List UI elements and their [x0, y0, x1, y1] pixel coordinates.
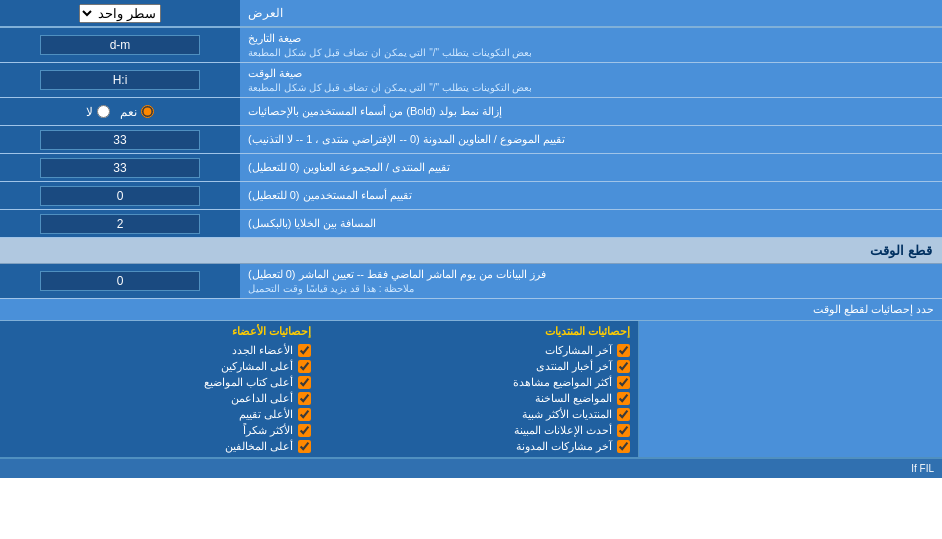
checkbox-last-posts[interactable] [617, 344, 630, 357]
usernames-label: تقييم أسماء المستخدمين (0 للتعطيل) [240, 182, 942, 209]
cell-spacing-input-cell[interactable] [0, 210, 240, 237]
radio-yes-label[interactable]: نعم [120, 105, 154, 119]
checkbox-most-similar[interactable] [617, 408, 630, 421]
checkbox-top-writers[interactable] [298, 376, 311, 389]
forum-titles-input[interactable] [40, 158, 200, 178]
time-format-row: صيغة الوقت بعض التكوينات يتطلب "/" التي … [0, 63, 942, 98]
checkbox-new-members[interactable] [298, 344, 311, 357]
remove-bold-label: إزالة نمط بولد (Bold) من أسماء المستخدمي… [240, 98, 942, 125]
limit-row: حدد إحصائيات لقطع الوقت [0, 299, 942, 321]
date-format-input[interactable] [40, 35, 200, 55]
checkbox-announcements[interactable] [617, 424, 630, 437]
checkbox-top-posters[interactable] [298, 360, 311, 373]
member-stats-col: إحصائيات الأعضاء الأعضاء الجدد أعلى المش… [0, 321, 319, 457]
checkbox-item: أعلى المشاركين [8, 360, 311, 373]
cell-spacing-label: المسافة بين الخلايا (بالبكسل) [240, 210, 942, 237]
checkbox-most-viewed[interactable] [617, 376, 630, 389]
forum-titles-row: تقييم المنتدى / المجموعة العناوين (0 للت… [0, 154, 942, 182]
checkbox-item: الأعلى تقييم [8, 408, 311, 421]
checkbox-hot-topics[interactable] [617, 392, 630, 405]
forum-stats-col: إحصائيات المنتديات آخر المشاركات آخر أخب… [319, 321, 639, 457]
date-format-label: صيغة التاريخ بعض التكوينات يتطلب "/" الت… [240, 28, 942, 62]
member-stats-header: إحصائيات الأعضاء [8, 325, 311, 338]
checkbox-top-supporters[interactable] [298, 392, 311, 405]
filter-label: فرز البيانات من يوم الماشر الماضي فقط --… [240, 264, 942, 298]
usernames-input[interactable] [40, 186, 200, 206]
checkbox-top-rated[interactable] [298, 408, 311, 421]
subject-titles-row: تقييم الموضوع / العناوين المدونة (0 -- ا… [0, 126, 942, 154]
date-format-row: صيغة التاريخ بعض التكوينات يتطلب "/" الت… [0, 28, 942, 63]
header-dropdown-cell[interactable]: سطر واحد سطرين ثلاثة أسطر [0, 0, 240, 26]
cut-time-header: قطع الوقت [0, 238, 942, 264]
usernames-input-cell[interactable] [0, 182, 240, 209]
checkbox-blog-posts[interactable] [617, 440, 630, 453]
usernames-row: تقييم أسماء المستخدمين (0 للتعطيل) [0, 182, 942, 210]
header-label: العرض [240, 0, 942, 26]
checkboxes-section: إحصائيات المنتديات آخر المشاركات آخر أخب… [0, 321, 942, 458]
time-format-input[interactable] [40, 70, 200, 90]
subject-titles-label: تقييم الموضوع / العناوين المدونة (0 -- ا… [240, 126, 942, 153]
checkbox-item: أكثر المواضيع مشاهدة [327, 376, 630, 389]
checkbox-item: الأعضاء الجدد [8, 344, 311, 357]
checkbox-item: المواضيع الساخنة [327, 392, 630, 405]
time-format-label: صيغة الوقت بعض التكوينات يتطلب "/" التي … [240, 63, 942, 97]
filter-row: فرز البيانات من يوم الماشر الماضي فقط --… [0, 264, 942, 299]
subject-titles-input-cell[interactable] [0, 126, 240, 153]
radio-yes[interactable] [141, 105, 154, 118]
remove-bold-radio-group: نعم لا [86, 105, 154, 119]
checkbox-item: الأكثر شكراً [8, 424, 311, 437]
forum-titles-input-cell[interactable] [0, 154, 240, 181]
forum-titles-label: تقييم المنتدى / المجموعة العناوين (0 للت… [240, 154, 942, 181]
filter-input-cell[interactable] [0, 264, 240, 298]
checkbox-item: آخر أخبار المنتدى [327, 360, 630, 373]
cell-spacing-row: المسافة بين الخلايا (بالبكسل) [0, 210, 942, 238]
date-format-input-cell[interactable] [0, 28, 240, 62]
radio-no-label[interactable]: لا [86, 105, 110, 119]
checkbox-forum-news[interactable] [617, 360, 630, 373]
display-select[interactable]: سطر واحد سطرين ثلاثة أسطر [79, 4, 161, 23]
filter-input[interactable] [40, 271, 200, 291]
checkbox-most-thanks[interactable] [298, 424, 311, 437]
checkbox-top-violators[interactable] [298, 440, 311, 453]
remove-bold-row: إزالة نمط بولد (Bold) من أسماء المستخدمي… [0, 98, 942, 126]
time-format-input-cell[interactable] [0, 63, 240, 97]
checkbox-item: أعلى الداعمن [8, 392, 311, 405]
subject-titles-input[interactable] [40, 130, 200, 150]
forum-stats-header: إحصائيات المنتديات [327, 325, 630, 338]
checkbox-item: آخر المشاركات [327, 344, 630, 357]
checkbox-item: أعلى كتاب المواضيع [8, 376, 311, 389]
cell-spacing-input[interactable] [40, 214, 200, 234]
remove-bold-radio-cell[interactable]: نعم لا [0, 98, 240, 125]
radio-no[interactable] [97, 105, 110, 118]
bottom-note: If FIL [0, 458, 942, 478]
checkbox-item: المنتديات الأكثر شبية [327, 408, 630, 421]
checkbox-item: آخر مشاركات المدونة [327, 440, 630, 453]
checkbox-item: أعلى المخالفين [8, 440, 311, 453]
checkbox-item: أحدث الإعلانات المبينة [327, 424, 630, 437]
